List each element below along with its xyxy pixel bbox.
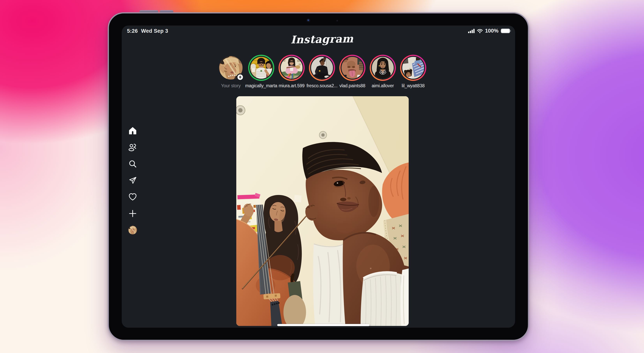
story-your-story[interactable]: + Your story <box>216 55 246 88</box>
home-indicator[interactable] <box>277 324 370 326</box>
people-icon[interactable] <box>128 143 137 152</box>
story-aimi-allover[interactable]: aimi.allover <box>368 55 398 88</box>
instagram-app-screen: 5:26 Wed Sep 3 <box>122 26 515 328</box>
plus-icon[interactable] <box>128 209 137 218</box>
story-avatar-photo <box>311 57 333 79</box>
profile-photo <box>128 226 137 234</box>
post-photo-illustration <box>236 96 409 326</box>
story-miura-art-599[interactable]: miura.art.599 <box>277 55 306 88</box>
story-username: miura.art.599 <box>279 83 305 88</box>
home-icon[interactable] <box>128 126 137 135</box>
cellular-signal-icon <box>468 29 475 33</box>
story-avatar-photo <box>372 57 394 79</box>
story-avatar-photo <box>250 57 272 79</box>
story-username: vlad.paints88 <box>340 83 366 88</box>
story-username: Your story <box>221 83 241 88</box>
header: Instagram <box>122 33 515 46</box>
story-username: aimi.allover <box>372 83 394 88</box>
story-avatar-photo <box>281 57 302 79</box>
camera-sensor <box>336 20 338 22</box>
search-icon[interactable] <box>128 160 137 168</box>
story-avatar-photo <box>402 57 424 79</box>
wifi-icon <box>477 29 483 33</box>
camera-lens-glint <box>308 20 309 21</box>
story-username: lil_wyatt838 <box>402 83 425 88</box>
add-story-button[interactable]: + <box>236 74 244 81</box>
story-username: magically_marta <box>245 83 277 88</box>
story-lil-wyatt838[interactable]: lil_wyatt838 <box>398 55 428 88</box>
nav-sidebar <box>128 126 137 234</box>
story-vlad-paints88[interactable]: vlad.paints88 <box>338 55 367 88</box>
story-magically-marta[interactable]: magically_marta <box>246 55 276 88</box>
gradient-wallpaper: 5:26 Wed Sep 3 <box>0 0 644 353</box>
battery-icon <box>501 28 512 34</box>
send-icon[interactable] <box>128 176 137 185</box>
instagram-logo: Instagram <box>291 32 354 46</box>
ipad-device: 5:26 Wed Sep 3 <box>108 12 529 341</box>
story-fresco-sousa2[interactable]: fresco.sousa2... <box>308 55 336 88</box>
heart-icon[interactable] <box>128 193 137 201</box>
feed-post-photo[interactable] <box>236 96 409 326</box>
profile-avatar[interactable] <box>128 226 137 234</box>
stories-tray: + Your story <box>216 55 428 88</box>
story-username: fresco.sousa2... <box>306 83 338 88</box>
story-avatar-photo <box>342 57 363 79</box>
